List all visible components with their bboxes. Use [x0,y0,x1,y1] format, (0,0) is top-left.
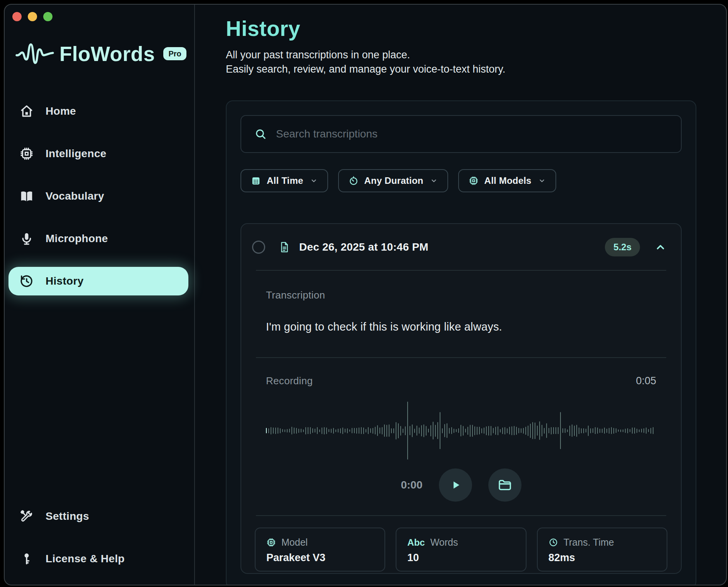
waveform-bar [349,429,350,432]
sidebar-item-microphone[interactable]: Microphone [8,224,188,253]
waveform-bar [650,428,651,434]
sidebar-item-label: History [46,275,84,287]
waveform-bar [606,429,607,433]
waveform-bar [301,429,301,433]
waveform-bar [423,424,424,437]
waveform-bar [303,429,304,432]
history-panel: All Time Any Duration [226,100,696,585]
waveform-bar [535,422,535,439]
waveform-bar [646,428,647,434]
waveform-bar [491,426,491,436]
sidebar-item-label: Settings [46,510,89,523]
filter-all-time[interactable]: All Time [240,169,328,192]
waveform-bar [599,429,600,433]
home-icon [19,104,34,119]
select-circle[interactable] [252,241,265,254]
waveform-bar [477,427,477,435]
chevron-up-icon[interactable] [655,241,666,253]
stat-trans-time: Trans. Time 82ms [537,528,667,572]
entry-header[interactable]: Dec 26, 2025 at 10:46 PM 5.2s [241,224,681,270]
waveform-bar [454,429,454,433]
history-icon [19,274,34,288]
waveform-bar [574,426,575,436]
cpu-icon [19,146,34,161]
waveform-bar [333,428,334,434]
transcription-label: Transcription [266,289,656,301]
stat-value: 82ms [549,552,656,564]
waveform-bar [440,412,440,449]
duration-badge: 5.2s [605,238,640,256]
waveform-bar [370,428,371,433]
waveform-bar [463,426,464,436]
stat-model: Model Parakeet V3 [255,528,385,572]
waveform-bar [648,429,649,432]
sidebar-item-license-help[interactable]: License & Help [8,545,188,573]
search-input[interactable] [276,128,668,140]
filter-label: All Time [267,175,303,186]
recording-section: Recording 0:05 0:00 [241,358,681,515]
waveform-bar [282,429,283,432]
waveform-bar [419,428,420,434]
sidebar-item-settings[interactable]: Settings [8,502,188,531]
sidebar: FloWords Pro Home Intelligence [5,5,195,585]
waveform-bar [375,427,376,434]
waveform-bar [278,428,278,434]
open-folder-button[interactable] [488,468,521,502]
waveform-bar [521,428,521,433]
waveform-bar [430,425,431,436]
waveform-bar [407,402,408,460]
waveform-bar [579,428,579,434]
waveform-bar [451,427,452,434]
play-button[interactable] [439,468,472,502]
waveform-bar [368,427,369,434]
audio-waveform[interactable] [266,398,656,463]
playback-position: 0:00 [401,479,422,491]
sidebar-item-label: Home [46,105,76,117]
playback-controls: 0:00 [266,466,656,504]
waveform-bar [296,428,297,434]
sidebar-item-history[interactable]: History [8,267,188,295]
timer-icon [349,176,359,186]
recording-duration: 0:05 [636,375,656,387]
waveform-bar [437,422,438,439]
waveform-bar [620,429,621,432]
waveform-bar [530,424,531,438]
close-button[interactable] [12,12,22,21]
waveform-bar [372,428,373,434]
sidebar-item-intelligence[interactable]: Intelligence [8,139,188,168]
waveform-bar [505,427,505,434]
sidebar-item-label: Microphone [46,232,108,245]
waveform-bar [416,426,417,436]
waveform-bar [403,429,403,433]
waveform-bar [386,425,387,437]
zoom-button[interactable] [43,12,52,21]
waveform-bar [474,426,475,435]
sidebar-nav: Home Intelligence Vocabulary [5,97,194,309]
waveform-bar [618,429,619,432]
waveform-bar [639,429,640,432]
waveform-bar [400,426,401,436]
sidebar-item-label: Intelligence [46,148,107,160]
waveform-bar [284,429,285,432]
sidebar-item-home[interactable]: Home [8,97,188,126]
minimize-button[interactable] [28,12,37,21]
filter-row: All Time Any Duration [240,169,682,192]
waveform-bar [305,427,306,434]
waveform-bar [509,427,510,434]
folder-icon [497,477,513,493]
play-icon [449,478,462,492]
waveform-bar [338,429,339,433]
filter-all-models[interactable]: All Models [458,169,556,192]
waveform-bar [435,425,436,437]
app-logo: FloWords Pro [5,41,194,66]
waveform-bar [586,429,586,433]
waveform-bar [637,429,637,433]
waveform-bar [553,427,554,434]
waveform-bar [317,427,318,434]
page-subtitle: All your past transcriptions in one plac… [226,48,696,76]
sidebar-item-vocabulary[interactable]: Vocabulary [8,182,188,210]
waveform-bar [310,427,311,434]
waveform-bar [405,426,406,435]
filter-any-duration[interactable]: Any Duration [338,169,448,192]
sidebar-footer: Settings License & Help [5,502,194,573]
